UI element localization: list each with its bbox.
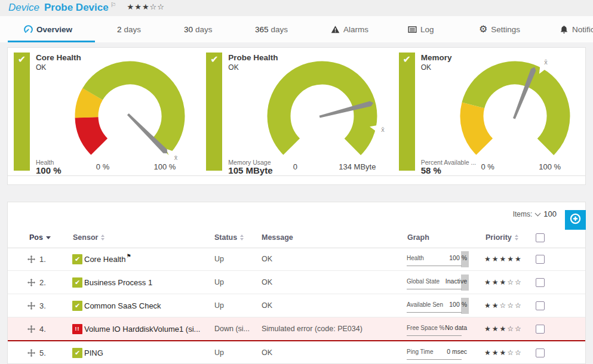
bell-icon xyxy=(560,25,569,34)
row-checkbox[interactable] xyxy=(536,278,545,287)
tab-settings[interactable]: ⚙Settings xyxy=(479,16,520,42)
gauge-status: OK xyxy=(228,63,238,72)
graph-channel-value: 100 % xyxy=(449,254,467,261)
sensor-message: Simulated error (code: PE034) xyxy=(262,317,362,340)
tab-overview[interactable]: Overview xyxy=(24,16,72,42)
graph-axis-line xyxy=(407,289,462,289)
graph-axis-line xyxy=(407,335,462,336)
sensor-name[interactable]: PING xyxy=(84,348,103,357)
sensor-status-bar: ✔ xyxy=(206,53,222,171)
items-label: Items: xyxy=(513,210,533,218)
sensor-message: OK xyxy=(262,271,272,294)
sensor-name[interactable]: Common SaaS Check xyxy=(84,301,161,310)
title-bar: DeviceProbe Device⚐★★★☆☆ xyxy=(0,0,593,16)
row-checkbox[interactable] xyxy=(536,301,545,310)
mini-graph: Global StateInactive xyxy=(407,274,469,291)
row-position: 2. xyxy=(39,278,46,287)
check-icon: ✔ xyxy=(14,54,30,65)
move-handle-icon[interactable] xyxy=(27,255,35,263)
priority-stars[interactable]: ★★★★★ xyxy=(484,248,523,270)
graph-channel-label: Ping Time xyxy=(407,348,433,355)
gauge-tile-core-health[interactable]: ✔Core HealthOKx̄0 %100 %Health100 % xyxy=(8,48,200,176)
priority-stars[interactable]: ★★★☆☆ xyxy=(484,317,523,340)
gauge-tile-memory[interactable]: ✔MemoryOKx̄0 %100 %Percent Available ...… xyxy=(393,48,585,176)
tab-number: 365 xyxy=(255,25,269,34)
gauge-max-label: 100 % xyxy=(526,162,574,171)
column-label: Pos xyxy=(29,233,43,242)
tab-2-days[interactable]: 2days xyxy=(117,16,141,42)
sensor-ok-icon: ✔ xyxy=(72,348,82,358)
column-header-sensor[interactable]: Sensor xyxy=(73,227,105,248)
sensor-row-5[interactable]: 5.✔PINGUpOKPing Time0 msec★★★☆☆ xyxy=(8,341,585,364)
log-icon xyxy=(408,25,417,34)
gauge-tile-probe-health[interactable]: ✔Probe HealthOKx̄0134 MByteMemory Usage1… xyxy=(200,48,392,176)
tab-365-days[interactable]: 365days xyxy=(255,16,288,42)
sensor-status: Up xyxy=(214,341,224,364)
column-header-pos[interactable]: Pos xyxy=(29,227,51,248)
tab-notifications[interactable]: Notifications xyxy=(560,16,593,42)
add-button[interactable] xyxy=(565,210,586,230)
sort-icon xyxy=(515,235,518,240)
graph-axis-line xyxy=(407,312,462,313)
device-rating-stars[interactable]: ★★★☆☆ xyxy=(127,2,165,11)
move-handle-icon[interactable] xyxy=(27,325,35,333)
priority-stars[interactable]: ★★★☆☆ xyxy=(484,341,523,364)
move-handle-icon[interactable] xyxy=(27,349,35,357)
mini-graph: Health100 % xyxy=(407,251,469,267)
gauge-title: Memory xyxy=(421,53,452,62)
tab-label: Alarms xyxy=(343,25,368,34)
mini-graph: Free Space %No data xyxy=(407,321,469,337)
gauge-max-label: 100 % xyxy=(141,162,189,171)
mini-graph: Available Sen100 % xyxy=(407,298,469,314)
graph-channel-value: Inactive xyxy=(445,277,467,285)
graph-channel-value: 0 msec xyxy=(447,348,467,355)
graph-channel-value: 100 % xyxy=(449,301,467,308)
row-checkbox[interactable] xyxy=(536,325,545,334)
items-count-control[interactable]: Items: 100 xyxy=(513,209,557,218)
sensor-row-3[interactable]: 3.✔Common SaaS CheckUpOKAvailable Sen100… xyxy=(8,294,585,317)
column-header-message[interactable]: Message xyxy=(262,227,293,248)
sensor-name[interactable]: Core Health xyxy=(84,255,125,264)
sensor-ok-icon: ✔ xyxy=(72,301,82,311)
sensor-message: OK xyxy=(262,248,272,270)
move-handle-icon[interactable] xyxy=(27,302,35,310)
gauge-icon xyxy=(24,25,33,34)
mini-graph: Ping Time0 msec xyxy=(407,345,469,361)
select-all-checkbox[interactable] xyxy=(536,233,545,242)
add-icon xyxy=(570,213,581,227)
move-handle-icon[interactable] xyxy=(27,279,35,286)
column-label: Graph xyxy=(407,233,429,242)
row-checkbox[interactable] xyxy=(536,255,545,264)
tab-log[interactable]: Log xyxy=(408,16,434,42)
graph-channel-label: Free Space % xyxy=(407,325,444,331)
column-header-priority[interactable]: Priority xyxy=(486,227,518,248)
sensor-row-2[interactable]: 2.✔Business Process 1UpOKGlobal StateIna… xyxy=(8,271,585,294)
gauge-channel-value: 58 % xyxy=(421,165,441,175)
priority-stars[interactable]: ★★☆☆☆ xyxy=(484,294,523,317)
sensor-row-4[interactable]: 4.!!Volume IO HarddiskVolume1 (si...Down… xyxy=(8,317,585,341)
tab-label: days xyxy=(271,25,288,34)
tab-alarms[interactable]: Alarms xyxy=(331,16,368,42)
svg-text:x̄: x̄ xyxy=(382,126,385,133)
page-title: Probe Device xyxy=(44,2,109,13)
table-header: PosSensorStatusMessageGraphPriority xyxy=(8,227,585,248)
sensor-status-bar: ✔ xyxy=(399,53,415,171)
gauges-panel: ✔Core HealthOKx̄0 %100 %Health100 %✔Prob… xyxy=(7,47,586,185)
tab-30-days[interactable]: 30days xyxy=(184,16,213,42)
gauge-min-label: 0 xyxy=(277,162,313,171)
graph-axis-line xyxy=(407,359,462,360)
priority-stars[interactable]: ★★★☆☆ xyxy=(484,271,523,294)
sensor-row-1[interactable]: 1.✔Core Health⚑UpOKHealth100 %★★★★★ xyxy=(8,248,585,271)
sort-icon xyxy=(101,235,105,240)
sensor-message: OK xyxy=(262,294,272,317)
graph-channel-value: No data xyxy=(445,324,467,331)
svg-text:x̄: x̄ xyxy=(544,58,548,66)
row-checkbox[interactable] xyxy=(536,348,545,357)
column-header-graph[interactable]: Graph xyxy=(407,227,429,248)
column-header-status[interactable]: Status xyxy=(214,227,244,248)
tab-label: Settings xyxy=(491,25,520,34)
sensor-name[interactable]: Volume IO HarddiskVolume1 (si... xyxy=(84,325,200,334)
check-icon: ✔ xyxy=(206,54,222,65)
sensor-name[interactable]: Business Process 1 xyxy=(84,278,152,287)
graph-channel-label: Health xyxy=(407,255,424,261)
